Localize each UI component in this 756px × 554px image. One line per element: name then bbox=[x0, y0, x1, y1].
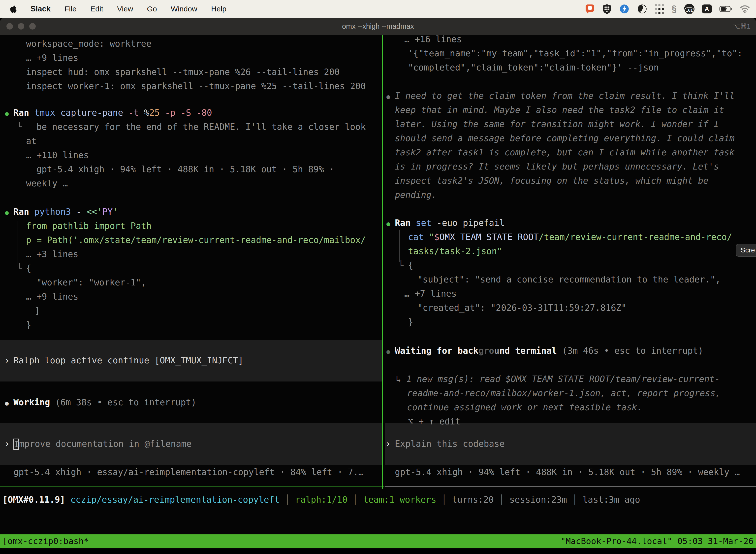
crescent-icon[interactable] bbox=[637, 3, 647, 14]
tmux-status-bar: [omx-cczip0:bash* "MacBook-Pro-44.local"… bbox=[0, 535, 756, 548]
zoom-button[interactable] bbox=[29, 23, 36, 30]
tmux-host-clock-label: "MacBook-Pro-44.local" 05:03 31-Mar-26 bbox=[561, 536, 754, 546]
menu-app-name[interactable]: Slack bbox=[30, 4, 51, 13]
wifi-icon[interactable] bbox=[740, 3, 750, 14]
menu-item-view[interactable]: View bbox=[117, 5, 133, 13]
menu-bar: Slack File Edit View Go Window Help § ..… bbox=[0, 0, 756, 18]
terminal-window: omx --xhigh --madmax ⌥⌘1 bbox=[0, 18, 756, 549]
menu-item-help[interactable]: Help bbox=[211, 5, 227, 13]
keyboard-layout-label: A bbox=[705, 5, 709, 12]
traffic-lights bbox=[6, 23, 36, 30]
close-button[interactable] bbox=[6, 23, 13, 30]
menu-item-file[interactable]: File bbox=[64, 5, 76, 13]
shield-keypad-icon[interactable] bbox=[602, 3, 612, 14]
spark-bolt-icon[interactable] bbox=[619, 3, 630, 14]
menu-item-window[interactable]: Window bbox=[171, 5, 197, 13]
window-title: omx --xhigh --madmax bbox=[342, 22, 414, 31]
apple-menu-icon[interactable] bbox=[10, 5, 17, 13]
s-curve-icon[interactable]: § bbox=[672, 3, 677, 14]
menu-item-edit[interactable]: Edit bbox=[90, 5, 103, 13]
dots-grid-icon[interactable] bbox=[655, 3, 664, 14]
tmux-session-label: [omx-cczip0:bash* bbox=[2, 536, 89, 546]
screen-overlay-tooltip: Scre bbox=[736, 244, 756, 257]
keyboard-layout-icon[interactable]: A bbox=[702, 4, 712, 13]
window-shortcut-badge: ⌥⌘1 bbox=[733, 22, 751, 30]
battery-icon[interactable] bbox=[719, 3, 732, 14]
chat-app-icon[interactable] bbox=[585, 3, 595, 14]
badge-61-icon[interactable]: ..61 bbox=[684, 4, 694, 14]
minimize-button[interactable] bbox=[18, 23, 24, 30]
menu-item-go[interactable]: Go bbox=[147, 5, 157, 13]
window-title-bar: omx --xhigh --madmax ⌥⌘1 bbox=[0, 18, 756, 35]
